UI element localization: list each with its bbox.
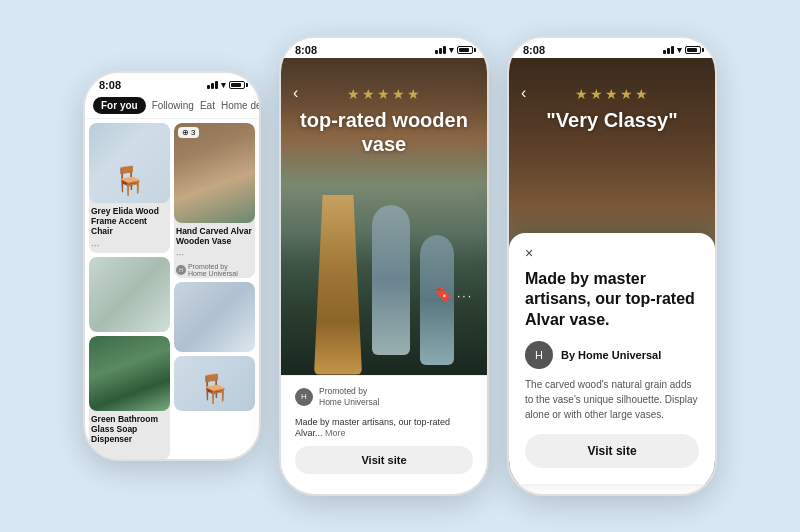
wifi-icon-3: ▾ (677, 45, 682, 55)
soap-label: Green Bathroom Glass Soap Dispenser (89, 411, 170, 446)
tab-eat[interactable]: Eat (200, 100, 215, 111)
card-soap[interactable]: Green Bathroom Glass Soap Dispenser ··· (89, 336, 170, 461)
save-badge: ⊕ 3 (178, 127, 199, 138)
bottles-image (174, 282, 255, 352)
status-icons-1: ▾ (207, 80, 245, 90)
caption-2: Made by master artisans, our top-rated A… (295, 417, 473, 440)
card-vase[interactable]: ⊕ 3 Hand Carved Alvar Wooden Vase ··· H … (174, 123, 255, 278)
tab-homedecor[interactable]: Home decor (221, 100, 261, 111)
status-icons-3: ▾ (663, 45, 701, 55)
phone-3: 8:08 ▾ 🌾 (507, 36, 717, 496)
dots-overlay-2[interactable]: ··· (457, 289, 473, 303)
time-3: 8:08 (523, 44, 545, 56)
phone2-screen: 🌾 ★★★★★ top-rated wooden vase ‹ ··· 🔖 H (281, 58, 487, 484)
nav-tabs: For you Following Eat Home decor (85, 93, 259, 119)
stars-rating-3: ★★★★★ (509, 86, 715, 102)
vase-label: Hand Carved Alvar Wooden Vase (174, 223, 255, 247)
battery-icon-3 (685, 46, 701, 54)
phone-2: 8:08 ▾ 🌾 (279, 36, 489, 496)
masonry-grid: Grey Elida Wood Frame Accent Chair ··· G… (85, 119, 259, 461)
status-bar-1: 8:08 ▾ (85, 73, 259, 93)
popup-avatar-row: H By Home Universal (525, 341, 699, 369)
bath-image (174, 356, 255, 411)
col-1: Grey Elida Wood Frame Accent Chair ··· G… (89, 123, 170, 461)
time-1: 8:08 (99, 79, 121, 91)
save-icon-overlay-2[interactable]: 🔖 (433, 284, 453, 303)
back-button-2[interactable]: ‹ (293, 84, 298, 102)
promoted-row-phone2: H Promoted by Home Universal (295, 386, 473, 408)
promoted-label: Promoted by (188, 263, 238, 270)
bottom-popup-3: × Made by master artisans, our top-rated… (509, 233, 715, 484)
save-count: 3 (191, 128, 195, 137)
visit-button-2[interactable]: Visit site (295, 446, 473, 474)
phone-1: 8:08 ▾ For you Following Eat Home decor … (83, 71, 261, 461)
vase-promoted: H Promoted by Home Universal (174, 262, 255, 278)
status-icons-2: ▾ (435, 45, 473, 55)
soap-more-dots[interactable]: ··· (89, 445, 170, 460)
tab-foryou[interactable]: For you (93, 97, 146, 114)
back-button-3[interactable]: ‹ (521, 84, 526, 102)
popup-visit-button[interactable]: Visit site (525, 434, 699, 468)
vase-wood-main: 🌾 (314, 195, 362, 375)
save-icon-sm: ⊕ (182, 128, 189, 137)
bottom-sheet-2: H Promoted by Home Universal Made by mas… (281, 375, 487, 484)
stars-rating-2: ★★★★★ (281, 86, 487, 102)
status-bar-3: 8:08 ▾ (509, 38, 715, 58)
card-bath[interactable] (174, 356, 255, 411)
image-title-3: "Very Classy" (509, 108, 715, 132)
col-2: ⊕ 3 Hand Carved Alvar Wooden Vase ··· H … (174, 123, 255, 461)
progress-bar-2 (354, 412, 414, 415)
battery-icon-2 (457, 46, 473, 54)
vase-more-dots[interactable]: ··· (174, 247, 255, 262)
popup-description: The carved wood's natural grain adds to … (525, 377, 699, 422)
popup-by-label: By Home Universal (561, 349, 661, 361)
card-sink[interactable] (89, 257, 170, 332)
time-2: 8:08 (295, 44, 317, 56)
battery-icon (229, 81, 245, 89)
popup-title-3: Made by master artisans, our top-rated A… (525, 269, 699, 331)
phone3-screen: 🌾 ★★★★★ "Very Classy" ‹ × Made by master… (509, 58, 715, 484)
signal-icon-2 (435, 46, 446, 54)
sink-image (89, 257, 170, 332)
tab-following[interactable]: Following (152, 100, 194, 111)
more-link-2[interactable]: More (325, 428, 346, 438)
promoted-brand: Home Universal (188, 270, 238, 277)
chair-more-dots[interactable]: ··· (89, 238, 170, 253)
promoted-brand-2: Home Universal (319, 397, 379, 408)
wifi-icon: ▾ (221, 80, 226, 90)
signal-icon-3 (663, 46, 674, 54)
card-bottles[interactable] (174, 282, 255, 352)
soap-image (89, 336, 170, 411)
wifi-icon-2: ▾ (449, 45, 454, 55)
promoted-by-label: Promoted by (319, 386, 379, 397)
promoted-info-2: Promoted by Home Universal (319, 386, 379, 408)
chair-image (89, 123, 170, 203)
promoted-avatar-1: H (176, 265, 186, 275)
popup-avatar-3: H (525, 341, 553, 369)
phone2-image-area: 🌾 ★★★★★ top-rated wooden vase ‹ ··· 🔖 (281, 58, 487, 375)
image-title-2: top-rated wooden vase (281, 108, 487, 156)
vase-scene: 🌾 (281, 58, 487, 375)
vase-grey-1 (372, 205, 410, 355)
chair-label: Grey Elida Wood Frame Accent Chair (89, 203, 170, 238)
vase-image: ⊕ 3 (174, 123, 255, 223)
status-bar-2: 8:08 ▾ (281, 38, 487, 58)
card-chair[interactable]: Grey Elida Wood Frame Accent Chair ··· (89, 123, 170, 253)
signal-icon (207, 81, 218, 89)
promoted-avatar-2: H (295, 388, 313, 406)
close-button-3[interactable]: × (525, 245, 699, 261)
